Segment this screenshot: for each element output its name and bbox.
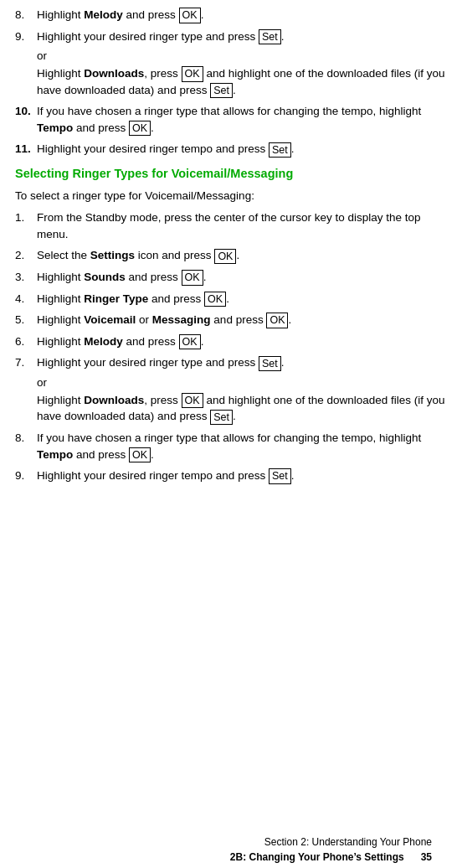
page-footer: Section 2: Understanding Your Phone 2B: … [230, 834, 432, 865]
item-text: Highlight your desired ringer tempo and … [37, 141, 447, 158]
item-number: 11. [15, 141, 37, 158]
footer-chapter-label: 2B: Changing Your Phone’s Settings 35 [230, 850, 432, 865]
item-text: Highlight Ringer Type and press OK. [37, 291, 447, 307]
item-text: Highlight your desired ringer type and p… [37, 28, 447, 45]
list-item: 8. Highlight Melody and press OK. [15, 7, 447, 23]
item-number: 5. [15, 312, 37, 328]
item-text: Highlight your desired ringer type and p… [37, 354, 447, 371]
list-item: 9. Highlight your desired ringer tempo a… [15, 468, 447, 484]
or-text: or [37, 49, 447, 62]
item-number: 7. [15, 354, 37, 371]
item-number: 1. [15, 209, 37, 242]
list-item: 2. Select the Settings icon and press OK… [15, 247, 447, 264]
intro-text: To select a ringer type for Voicemail/Me… [15, 188, 447, 204]
page-wrapper: 8. Highlight Melody and press OK. 9. Hig… [15, 7, 447, 868]
item-number: 2. [15, 247, 37, 264]
item-number: 10. [15, 103, 37, 136]
main-content: 8. Highlight Melody and press OK. 9. Hig… [15, 7, 447, 484]
downloads-block: Highlight Downloads, press OK and highli… [37, 65, 447, 98]
item-text: Highlight Melody and press OK. [37, 7, 447, 23]
list-item: 3. Highlight Sounds and press OK. [15, 269, 447, 286]
item-number: 8. [15, 7, 37, 23]
item-text: Highlight Sounds and press OK. [37, 269, 447, 286]
list-item: 9. Highlight your desired ringer type an… [15, 28, 447, 45]
list-item: 5. Highlight Voicemail or Messaging and … [15, 312, 447, 328]
list-item: 6. Highlight Melody and press OK. [15, 333, 447, 350]
item-number: 9. [15, 468, 37, 484]
list-item: 8. If you have chosen a ringer type that… [15, 430, 447, 462]
downloads-block-2: Highlight Downloads, press OK and highli… [37, 392, 447, 425]
item-number: 6. [15, 333, 37, 350]
item-text: Select the Settings icon and press OK. [37, 247, 447, 264]
item-text: From the Standby mode, press the center … [37, 209, 447, 242]
list-item: 4. Highlight Ringer Type and press OK. [15, 291, 447, 307]
item-text: If you have chosen a ringer type that al… [37, 103, 447, 136]
item-number: 4. [15, 291, 37, 307]
list-item: 11. Highlight your desired ringer tempo … [15, 141, 447, 158]
list-item: 1. From the Standby mode, press the cent… [15, 209, 447, 242]
item-text: Highlight Melody and press OK. [37, 333, 447, 350]
item-text: Highlight your desired ringer tempo and … [37, 468, 447, 484]
list-item: 7. Highlight your desired ringer type an… [15, 354, 447, 371]
item-text: Highlight Voicemail or Messaging and pre… [37, 312, 447, 328]
or-text-2: or [37, 376, 447, 389]
item-number: 3. [15, 269, 37, 286]
item-number: 8. [15, 430, 37, 462]
section-heading: Selecting Ringer Types for Voicemail/Mes… [15, 166, 447, 182]
list-item: 10. If you have chosen a ringer type tha… [15, 103, 447, 136]
item-number: 9. [15, 28, 37, 45]
item-text: If you have chosen a ringer type that al… [37, 430, 447, 462]
footer-section-label: Section 2: Understanding Your Phone [230, 834, 432, 850]
